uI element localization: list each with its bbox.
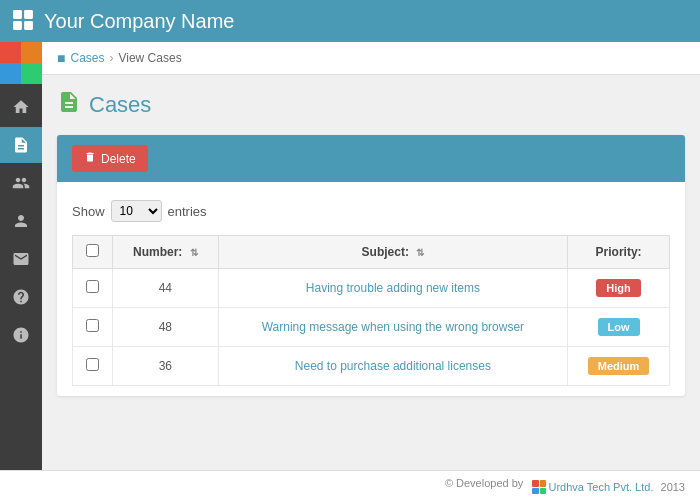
number-sort-icon[interactable]: ⇅ xyxy=(190,247,198,258)
show-entries-row: Show 10 25 50 100 entries xyxy=(72,192,670,230)
sidebar-item-mail[interactable] xyxy=(0,241,42,277)
footer-year: 2013 xyxy=(661,481,685,493)
row-checkbox[interactable] xyxy=(86,319,99,332)
svg-rect-1 xyxy=(24,10,33,19)
delete-button[interactable]: Delete xyxy=(72,145,148,172)
priority-badge: High xyxy=(596,279,640,297)
cases-card: Delete Show 10 25 50 100 entries xyxy=(57,135,685,396)
trash-icon xyxy=(84,151,96,166)
color-blue xyxy=(0,63,21,84)
cases-file-icon xyxy=(57,90,81,120)
row-checkbox[interactable] xyxy=(86,280,99,293)
breadcrumb-cases-link[interactable]: Cases xyxy=(70,51,104,65)
priority-badge: Low xyxy=(598,318,640,336)
table-row: 36 Need to purchase additional licenses … xyxy=(73,347,670,386)
page-content: Cases Delete Show 10 xyxy=(42,75,700,411)
row-number: 48 xyxy=(113,308,219,347)
breadcrumb-icon: ■ xyxy=(57,50,65,66)
row-priority: High xyxy=(568,269,670,308)
table-row: 48 Warning message when using the wrong … xyxy=(73,308,670,347)
sidebar-item-documents[interactable] xyxy=(0,127,42,163)
row-priority: Medium xyxy=(568,347,670,386)
row-number: 36 xyxy=(113,347,219,386)
urdhva-logo xyxy=(532,480,546,494)
case-link[interactable]: Warning message when using the wrong bro… xyxy=(262,320,524,334)
th-checkbox xyxy=(73,236,113,269)
entries-label: entries xyxy=(168,204,207,219)
content-area: ■ Cases › View Cases Cases xyxy=(42,42,700,500)
row-checkbox-cell xyxy=(73,347,113,386)
row-checkbox[interactable] xyxy=(86,358,99,371)
sidebar-item-help[interactable] xyxy=(0,279,42,315)
breadcrumb-separator: › xyxy=(109,51,113,65)
svg-rect-3 xyxy=(24,21,33,30)
footer-text: © Developed by xyxy=(445,477,523,489)
card-header: Delete xyxy=(57,135,685,182)
sidebar-item-users[interactable] xyxy=(0,165,42,201)
th-subject: Subject: ⇅ xyxy=(218,236,567,269)
row-number: 44 xyxy=(113,269,219,308)
priority-badge: Medium xyxy=(588,357,650,375)
sidebar-nav xyxy=(0,84,42,358)
page-title: Cases xyxy=(57,90,685,120)
color-orange xyxy=(21,42,42,63)
select-all-checkbox[interactable] xyxy=(86,244,99,257)
footer: © Developed by Urdhva Tech Pvt. Ltd. 201… xyxy=(0,470,700,501)
cases-table: Number: ⇅ Subject: ⇅ Priority: 4 xyxy=(72,235,670,386)
th-priority: Priority: xyxy=(568,236,670,269)
entries-select[interactable]: 10 25 50 100 xyxy=(111,200,162,222)
svg-rect-2 xyxy=(13,21,22,30)
color-green xyxy=(21,63,42,84)
sidebar xyxy=(0,42,42,500)
case-link[interactable]: Need to purchase additional licenses xyxy=(295,359,491,373)
case-link[interactable]: Having trouble adding new items xyxy=(306,281,480,295)
th-number: Number: ⇅ xyxy=(113,236,219,269)
row-priority: Low xyxy=(568,308,670,347)
main-layout: ■ Cases › View Cases Cases xyxy=(0,42,700,500)
row-subject: Need to purchase additional licenses xyxy=(218,347,567,386)
show-label: Show xyxy=(72,204,105,219)
svg-rect-0 xyxy=(13,10,22,19)
breadcrumb: ■ Cases › View Cases xyxy=(42,42,700,75)
app-title: Your Company Name xyxy=(44,10,234,33)
sidebar-item-home[interactable] xyxy=(0,89,42,125)
sidebar-item-info[interactable] xyxy=(0,317,42,353)
row-subject: Warning message when using the wrong bro… xyxy=(218,308,567,347)
color-block xyxy=(0,42,42,84)
breadcrumb-current: View Cases xyxy=(118,51,181,65)
table-row: 44 Having trouble adding new items High xyxy=(73,269,670,308)
company-link[interactable]: Urdhva Tech Pvt. Ltd. xyxy=(548,481,653,493)
row-checkbox-cell xyxy=(73,269,113,308)
app-grid-icon xyxy=(12,9,34,34)
row-checkbox-cell xyxy=(73,308,113,347)
color-red xyxy=(0,42,21,63)
top-header: Your Company Name xyxy=(0,0,700,42)
row-subject: Having trouble adding new items xyxy=(218,269,567,308)
card-body: Show 10 25 50 100 entries xyxy=(57,182,685,396)
subject-sort-icon[interactable]: ⇅ xyxy=(416,247,424,258)
sidebar-item-profile[interactable] xyxy=(0,203,42,239)
